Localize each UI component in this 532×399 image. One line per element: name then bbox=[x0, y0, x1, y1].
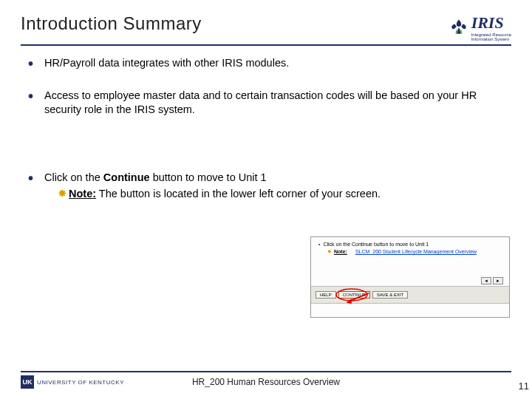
thumb-nav: ◄ ► bbox=[481, 277, 503, 284]
footer-title: HR_200 Human Resources Overview bbox=[21, 377, 511, 387]
bullet-3-pre: Click on the bbox=[44, 171, 103, 183]
thumb-save-button: SAVE & EXIT bbox=[372, 291, 408, 299]
slide-title: Introduction Summary bbox=[21, 13, 202, 34]
iris-logo-text: IRIS bbox=[471, 13, 511, 33]
thumb-footer: HELP CONTINUE SAVE & EXIT bbox=[311, 286, 509, 304]
iris-flower-icon bbox=[449, 18, 468, 37]
star-icon: ✸ bbox=[58, 187, 67, 200]
thumb-nav-prev: ◄ bbox=[481, 277, 491, 284]
slide-footer: UK UNIVERSITY OF KENTUCKY HR_200 Human R… bbox=[21, 371, 511, 389]
bullet-1: HR/Payroll data integrates with other IR… bbox=[28, 56, 511, 71]
bullet-2: Access to employee master data and to ce… bbox=[28, 89, 511, 117]
page-number: 11 bbox=[519, 381, 529, 392]
iris-logo: IRIS Integrated Resource Information Sys… bbox=[449, 13, 511, 41]
thumb-nav-next: ► bbox=[493, 277, 503, 284]
bullet-3: Click on the Continue button to move to … bbox=[28, 171, 511, 202]
note-label: Note: bbox=[69, 188, 96, 200]
bullet-3-bold: Continue bbox=[103, 171, 150, 183]
note-line: ✸Note: The button is located in the lowe… bbox=[44, 186, 511, 202]
red-arrow-icon bbox=[344, 292, 370, 305]
note-text: The button is located in the lower left … bbox=[96, 188, 381, 200]
bullet-3-post: button to move to Unit 1 bbox=[150, 171, 267, 183]
bullet-list: HR/Payroll data integrates with other IR… bbox=[21, 56, 511, 117]
slide-header: Introduction Summary IRIS Integrated Res… bbox=[21, 13, 511, 46]
thumb-help-button: HELP bbox=[316, 291, 336, 299]
bullet-list-2: Click on the Continue button to move to … bbox=[21, 171, 511, 202]
thumb-note-label: Note: bbox=[334, 249, 347, 255]
iris-logo-sub2: Information System bbox=[471, 37, 511, 41]
thumb-bullet-text: Click on the Continue button to move to … bbox=[323, 242, 429, 247]
screenshot-thumbnail: •Click on the Continue button to move to… bbox=[310, 236, 510, 318]
thumb-breadcrumb: SLCM_200 Student Lifecycle Management Ov… bbox=[355, 249, 477, 255]
